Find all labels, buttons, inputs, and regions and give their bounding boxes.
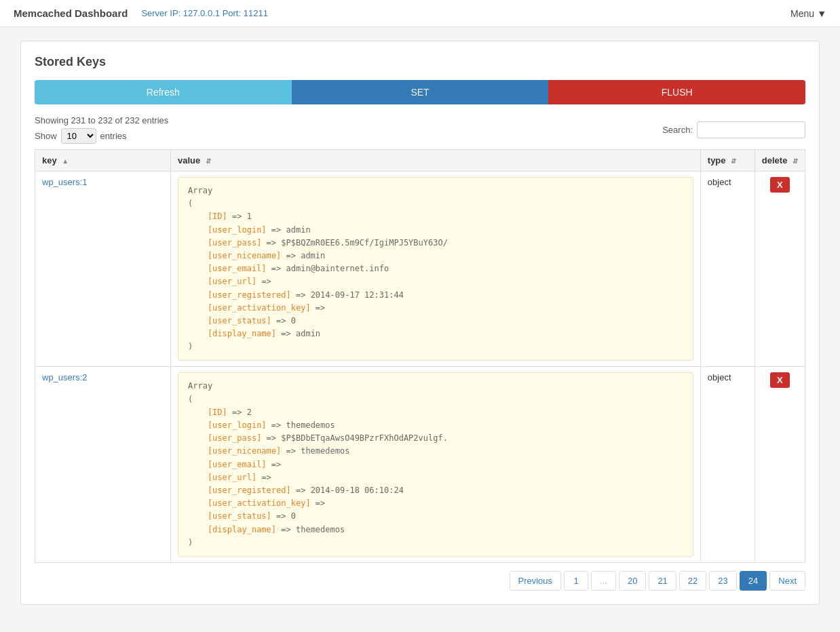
next-button[interactable]: Next	[769, 571, 805, 591]
sort-key-icon: ▲	[62, 157, 69, 165]
col-key[interactable]: key ▲	[35, 150, 171, 172]
page-24-button[interactable]: 24	[740, 571, 767, 591]
set-button[interactable]: SET	[292, 80, 549, 104]
ellipsis-button: ...	[591, 571, 616, 591]
left-controls: Showing 231 to 232 of 232 entries Show 1…	[35, 115, 168, 144]
search-input[interactable]	[697, 121, 805, 138]
page-20-button[interactable]: 20	[619, 571, 646, 591]
menu-button[interactable]: Menu ▼	[790, 8, 826, 19]
table-body: wp_users:1Array ( [ID] => 1 [user_login]…	[35, 172, 805, 563]
data-table: key ▲ value ⇵ type ⇵ delete ⇵	[35, 149, 805, 563]
value-cell: Array ( [ID] => 1 [user_login] => admin …	[171, 172, 701, 367]
key-link[interactable]: wp_users:2	[42, 372, 87, 382]
top-bar: Memcached Dashboard Server IP: 127.0.0.1…	[0, 0, 840, 27]
search-box: Search:	[662, 121, 805, 138]
table-controls-row: Showing 231 to 232 of 232 entries Show 1…	[35, 115, 805, 144]
sort-value-icon: ⇵	[206, 157, 211, 165]
previous-button[interactable]: Previous	[510, 571, 562, 591]
sort-type-icon: ⇵	[731, 157, 736, 165]
entries-label: entries	[100, 131, 127, 141]
app-title: Memcached Dashboard	[14, 7, 128, 19]
key-link[interactable]: wp_users:1	[42, 177, 87, 187]
search-label: Search:	[662, 125, 693, 135]
server-info: Server IP: 127.0.0.1 Port: 11211	[141, 8, 267, 18]
table-header: key ▲ value ⇵ type ⇵ delete ⇵	[35, 150, 805, 172]
key-cell[interactable]: wp_users:1	[35, 172, 171, 367]
top-bar-left: Memcached Dashboard Server IP: 127.0.0.1…	[14, 7, 268, 19]
page-21-button[interactable]: 21	[649, 571, 676, 591]
type-cell: object	[700, 172, 755, 367]
value-box: Array ( [ID] => 1 [user_login] => admin …	[178, 177, 693, 361]
page-22-button[interactable]: 22	[679, 571, 706, 591]
card-title: Stored Keys	[35, 55, 805, 69]
show-entries: Show 10 25 50 100 entries	[35, 128, 168, 144]
key-cell[interactable]: wp_users:2	[35, 367, 171, 562]
refresh-button[interactable]: Refresh	[35, 80, 292, 104]
entries-select[interactable]: 10 25 50 100	[61, 128, 96, 144]
col-delete[interactable]: delete ⇵	[755, 150, 805, 172]
show-label: Show	[35, 131, 57, 141]
table-row: wp_users:2Array ( [ID] => 2 [user_login]…	[35, 367, 805, 562]
page-container: Stored Keys Refresh SET FLUSH Showing 23…	[0, 27, 840, 618]
delete-cell: X	[755, 367, 805, 562]
page-23-button[interactable]: 23	[709, 571, 736, 591]
header-row: key ▲ value ⇵ type ⇵ delete ⇵	[35, 150, 805, 172]
delete-cell: X	[755, 172, 805, 367]
table-row: wp_users:1Array ( [ID] => 1 [user_login]…	[35, 172, 805, 367]
col-value[interactable]: value ⇵	[171, 150, 701, 172]
col-type[interactable]: type ⇵	[700, 150, 755, 172]
delete-button[interactable]: X	[770, 372, 790, 388]
action-buttons: Refresh SET FLUSH	[35, 80, 805, 104]
type-cell: object	[700, 367, 755, 562]
value-cell: Array ( [ID] => 2 [user_login] => themed…	[171, 367, 701, 562]
flush-button[interactable]: FLUSH	[548, 80, 805, 104]
value-box: Array ( [ID] => 2 [user_login] => themed…	[178, 372, 693, 556]
chevron-down-icon: ▼	[817, 8, 826, 19]
page-1-button[interactable]: 1	[564, 571, 588, 591]
server-port: 11211	[244, 8, 268, 18]
main-card: Stored Keys Refresh SET FLUSH Showing 23…	[20, 41, 820, 605]
delete-button[interactable]: X	[770, 177, 790, 193]
sort-delete-icon: ⇵	[793, 157, 798, 165]
pagination: Previous 1 ... 20 21 22 23 24 Next	[35, 571, 805, 591]
showing-info: Showing 231 to 232 of 232 entries	[35, 115, 168, 125]
server-label: Server IP: 127.0.0.1 Port:	[141, 8, 241, 18]
